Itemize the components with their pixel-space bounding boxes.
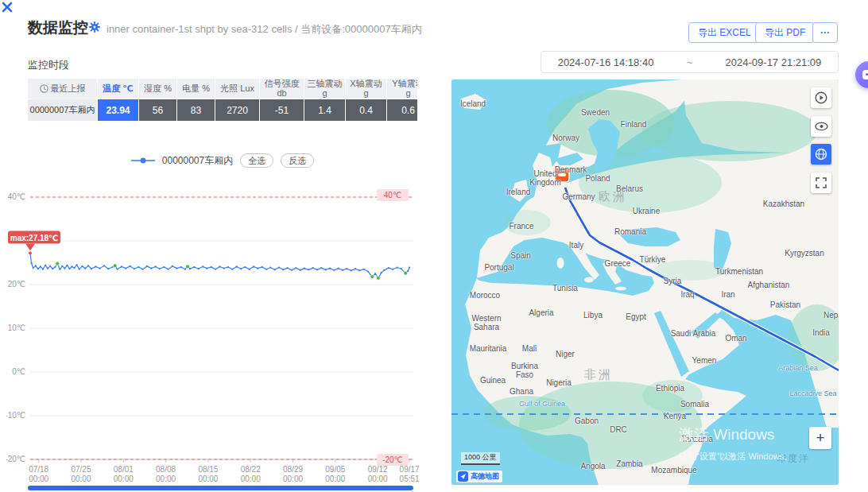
map-label: Nigeria <box>546 378 572 387</box>
map-label: Mauritania <box>470 344 507 353</box>
svg-text:-10℃: -10℃ <box>6 411 25 420</box>
map-label: Italy <box>569 241 583 250</box>
fullscreen-button[interactable] <box>811 172 831 193</box>
map-label: Niger <box>556 350 575 358</box>
map-label: Somalia <box>680 400 709 409</box>
svg-text:00:00: 00:00 <box>29 475 48 483</box>
export-pdf-button[interactable]: 导出 PDF <box>755 22 815 43</box>
assistant-fab-button[interactable] <box>855 61 868 88</box>
invert-selection-button[interactable]: 反选 <box>281 153 314 168</box>
header-vibration-3axis[interactable]: 三轴震动 g <box>304 79 346 99</box>
robot-icon <box>862 69 868 80</box>
header-temperature[interactable]: 温度 ℃ <box>98 79 139 99</box>
vibration-x-cell: 0.4 <box>346 99 387 121</box>
device-name-cell[interactable]: 00000007车厢内 <box>28 99 98 121</box>
data-zoom-slider[interactable] <box>28 486 413 490</box>
date-range-start[interactable]: 2024-07-16 14:18:40 <box>558 56 654 68</box>
playback-button[interactable] <box>811 87 831 108</box>
map-label: Sweden <box>581 108 610 117</box>
map-label: Tunisia <box>552 284 578 292</box>
globe-icon <box>815 148 827 161</box>
header-signal[interactable]: 信号强度 db <box>260 79 304 99</box>
header-vibration-x[interactable]: X轴震动 g <box>346 79 387 99</box>
map-scale-bar: 1000 公里 <box>461 452 500 465</box>
svg-text:09/05: 09/05 <box>325 465 345 474</box>
map-label: Pakistan <box>770 300 800 309</box>
map-label: 欧洲 <box>599 189 627 204</box>
map-label: Ireland <box>506 188 531 196</box>
chart-anomaly-points <box>56 261 408 280</box>
export-excel-button[interactable]: 导出 EXCEL <box>688 22 761 43</box>
svg-text:00:00: 00:00 <box>156 475 176 483</box>
clock-icon <box>40 84 48 93</box>
temperature-cell[interactable]: 23.94 <box>98 99 139 121</box>
date-range-separator: ~ <box>687 56 693 68</box>
svg-text:00:00: 00:00 <box>114 475 134 483</box>
header-latest-report: 最近上报 <box>28 79 98 99</box>
svg-text:20℃: 20℃ <box>8 280 25 289</box>
page-title: 数据监控 <box>28 17 88 38</box>
svg-text:00:00: 00:00 <box>241 475 261 483</box>
map-label: Laccadive Sea <box>789 389 836 397</box>
map-label: Ethiopia <box>656 384 684 393</box>
more-actions-button[interactable]: ··· <box>812 22 838 43</box>
expand-icon <box>816 177 827 188</box>
select-all-button[interactable]: 全选 <box>240 153 273 168</box>
svg-text:08/29: 08/29 <box>283 465 303 474</box>
map-label: Romania <box>614 227 646 236</box>
amap-plane-icon <box>458 471 468 482</box>
svg-text:max:27.18℃: max:27.18℃ <box>10 234 58 242</box>
svg-text:0℃: 0℃ <box>12 367 25 376</box>
chart-axes: 40℃30℃20℃10℃0℃-10℃-20℃07/1800:0007/2500:… <box>6 192 420 483</box>
latest-report-table: 最近上报 温度 ℃ 湿度 % 电量 % 光照 Lux 信号强度 db 三轴震动 … <box>28 79 417 121</box>
map-label: Tanzania <box>681 435 713 444</box>
svg-text:05:51: 05:51 <box>400 475 420 483</box>
map-label: Burkina Faso <box>506 362 543 379</box>
header-humidity[interactable]: 湿度 % <box>139 79 177 99</box>
svg-text:00:00: 00:00 <box>283 475 303 483</box>
map-label: Mali <box>522 344 537 353</box>
map-label: Zambia <box>616 459 642 468</box>
date-range-picker[interactable]: 2024-07-16 14:18:40 ~ 2024-09-17 21:21:0… <box>541 51 839 73</box>
eye-icon <box>815 122 828 131</box>
play-icon <box>815 91 827 104</box>
map-labels-layer: IcelandNorwaySwedenFinlandUnited Kingdom… <box>451 79 839 485</box>
map-label: Greece <box>605 259 631 268</box>
light-cell: 2720 <box>215 99 260 121</box>
map-label: Belarus <box>616 184 643 193</box>
amap-logo: 高德地图 <box>456 471 502 482</box>
map-label: France <box>509 222 533 231</box>
svg-text:40℃: 40℃ <box>384 191 401 200</box>
svg-text:00:00: 00:00 <box>325 475 345 483</box>
map-panel[interactable]: IcelandNorwaySwedenFinlandUnited Kingdom… <box>451 79 839 485</box>
temperature-chart[interactable]: 40℃30℃20℃10℃0℃-10℃-20℃07/1800:0007/2500:… <box>6 188 428 490</box>
svg-text:-20℃: -20℃ <box>6 455 25 463</box>
settings-gear-icon[interactable] <box>89 21 100 36</box>
header-vibration-y[interactable]: Y轴震动 g <box>387 79 417 99</box>
header-light[interactable]: 光照 Lux <box>215 79 260 99</box>
map-label: Ukraine <box>633 207 660 215</box>
visibility-button[interactable] <box>811 116 831 137</box>
svg-text:08/08: 08/08 <box>156 465 176 474</box>
header-battery[interactable]: 电量 % <box>177 79 215 99</box>
svg-text:00:00: 00:00 <box>71 475 91 483</box>
zoom-in-button[interactable]: + <box>809 427 831 449</box>
chart-series-line <box>29 252 410 278</box>
breadcrumb: inner container-1st shpt by sea-312 cell… <box>107 22 422 37</box>
legend-series-name[interactable]: 00000007车厢内 <box>162 154 233 168</box>
svg-text:10℃: 10℃ <box>8 323 25 332</box>
date-range-end[interactable]: 2024-09-17 21:21:09 <box>726 56 822 68</box>
period-label: 监控时段 <box>28 58 69 72</box>
map-label: Spain <box>510 251 531 260</box>
map-layer-button[interactable] <box>811 144 831 165</box>
map-label: 印度洋 <box>777 452 810 466</box>
map-label: Afghanistan <box>748 281 790 289</box>
vibration-y-cell: 0.6 <box>387 99 417 121</box>
series-marker-icon <box>131 157 155 165</box>
map-label: Western Sahara <box>466 314 507 331</box>
map-label: Ghana <box>510 387 533 396</box>
map-label: Kazakhstan <box>763 200 804 208</box>
svg-text:09/12: 09/12 <box>368 465 388 474</box>
table-header-row: 最近上报 温度 ℃ 湿度 % 电量 % 光照 Lux 信号强度 db 三轴震动 … <box>28 79 417 99</box>
svg-text:09/17: 09/17 <box>400 465 420 474</box>
